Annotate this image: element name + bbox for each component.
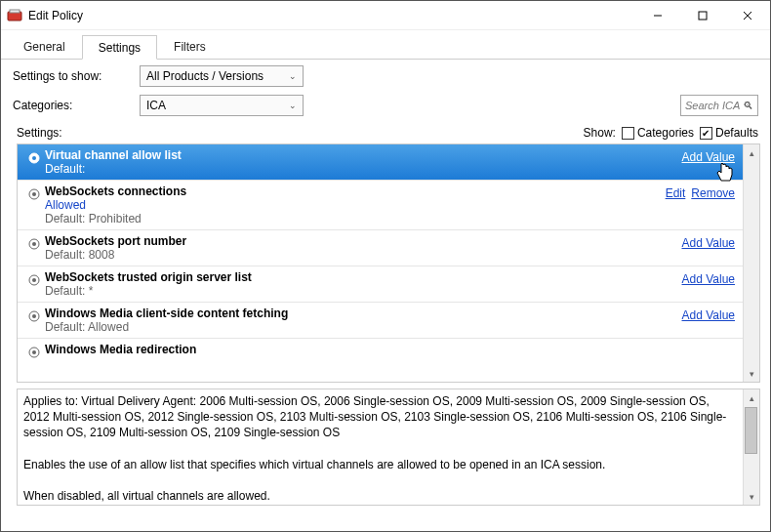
edit-link[interactable]: Edit bbox=[666, 186, 686, 200]
description-applies: Applies to: Virtual Delivery Agent: 2006… bbox=[23, 393, 737, 441]
item-value: Allowed bbox=[45, 198, 658, 212]
tabstrip: General Settings Filters bbox=[1, 34, 770, 60]
list-item[interactable]: Windows Media client-side content fetchi… bbox=[18, 303, 743, 339]
settings-to-show-label: Settings to show: bbox=[13, 69, 140, 83]
categories-combo[interactable]: ICA ⌄ bbox=[140, 95, 304, 116]
app-icon bbox=[7, 8, 22, 23]
description-p2: When disabled, all virtual channels are … bbox=[23, 488, 737, 504]
defaults-checkbox-label: Defaults bbox=[715, 126, 758, 140]
settings-to-show-value: All Products / Versions bbox=[146, 69, 264, 83]
defaults-checkbox[interactable]: ✔ bbox=[700, 127, 712, 140]
add-value-link[interactable]: Add Value bbox=[682, 308, 736, 322]
scroll-up-icon[interactable]: ▴ bbox=[744, 144, 760, 161]
description-scrollbar[interactable]: ▴ ▾ bbox=[743, 389, 759, 505]
categories-checkbox[interactable] bbox=[622, 127, 634, 140]
svg-point-15 bbox=[32, 314, 36, 318]
svg-point-13 bbox=[32, 278, 36, 282]
filter-panel: Settings to show: All Products / Version… bbox=[1, 60, 770, 122]
show-row: Settings: Show: Categories ✔ Defaults bbox=[1, 122, 770, 143]
close-button[interactable] bbox=[725, 1, 770, 30]
item-name: Windows Media client-side content fetchi… bbox=[45, 307, 674, 320]
item-name: Windows Media redirection bbox=[45, 343, 735, 356]
add-value-link[interactable]: Add Value bbox=[682, 150, 736, 164]
titlebar: Edit Policy bbox=[1, 1, 770, 30]
item-default: Default: bbox=[45, 162, 674, 176]
description-panel: Applies to: Virtual Delivery Agent: 2006… bbox=[17, 389, 760, 506]
item-name: WebSockets trusted origin server list bbox=[45, 270, 674, 284]
list-item[interactable]: WebSockets port number Default: 8008 Add… bbox=[18, 230, 743, 266]
maximize-button[interactable] bbox=[680, 1, 725, 30]
item-default: Default: Allowed bbox=[45, 320, 674, 334]
chevron-down-icon: ⌄ bbox=[289, 101, 297, 110]
search-placeholder: Search ICA bbox=[685, 100, 740, 111]
svg-rect-1 bbox=[10, 10, 20, 13]
list-item[interactable]: WebSockets connections Allowed Default: … bbox=[18, 181, 743, 230]
policy-icon bbox=[26, 236, 42, 252]
search-input[interactable]: Search ICA 🔍︎ bbox=[680, 95, 758, 116]
settings-to-show-combo[interactable]: All Products / Versions ⌄ bbox=[140, 65, 304, 87]
add-value-link[interactable]: Add Value bbox=[682, 272, 736, 286]
item-default: Default: * bbox=[45, 284, 674, 298]
window-title: Edit Policy bbox=[28, 9, 635, 22]
remove-link[interactable]: Remove bbox=[691, 186, 735, 200]
svg-point-17 bbox=[32, 350, 36, 354]
list-item[interactable]: WebSockets trusted origin server list De… bbox=[18, 266, 743, 303]
policy-icon bbox=[26, 272, 42, 288]
description-p1: Enables the use of an allow list that sp… bbox=[23, 457, 737, 472]
search-icon: 🔍︎ bbox=[743, 100, 753, 111]
item-name: Virtual channel allow list bbox=[45, 148, 674, 162]
item-name: WebSockets connections bbox=[45, 184, 658, 198]
settings-heading: Settings: bbox=[17, 126, 584, 140]
list-item[interactable]: Windows Media redirection bbox=[18, 339, 743, 360]
tab-settings[interactable]: Settings bbox=[82, 35, 157, 60]
show-label: Show: bbox=[584, 126, 616, 140]
minimize-button[interactable] bbox=[635, 1, 680, 30]
item-default: Default: 8008 bbox=[45, 248, 674, 262]
svg-point-7 bbox=[32, 156, 36, 160]
svg-rect-3 bbox=[699, 12, 707, 20]
svg-point-11 bbox=[32, 242, 36, 246]
item-name: WebSockets port number bbox=[45, 234, 674, 248]
categories-label: Categories: bbox=[13, 99, 140, 112]
scrollbar-thumb[interactable] bbox=[745, 407, 757, 454]
tab-filters[interactable]: Filters bbox=[157, 34, 223, 59]
scroll-down-icon[interactable]: ▾ bbox=[744, 365, 760, 382]
scroll-down-icon[interactable]: ▾ bbox=[744, 488, 760, 505]
policy-icon bbox=[26, 308, 42, 324]
chevron-down-icon: ⌄ bbox=[289, 71, 297, 81]
policy-icon bbox=[26, 186, 42, 202]
item-default: Default: Prohibited bbox=[45, 212, 658, 225]
list-scrollbar[interactable]: ▴ ▾ bbox=[743, 144, 759, 382]
tab-general[interactable]: General bbox=[7, 34, 82, 59]
svg-point-9 bbox=[32, 192, 36, 196]
add-value-link[interactable]: Add Value bbox=[682, 236, 736, 250]
policy-icon bbox=[26, 150, 42, 166]
policy-icon bbox=[26, 345, 42, 360]
scroll-up-icon[interactable]: ▴ bbox=[744, 389, 760, 406]
list-item[interactable]: Virtual channel allow list Default: Add … bbox=[18, 144, 743, 181]
settings-list: Virtual channel allow list Default: Add … bbox=[17, 143, 760, 383]
categories-value: ICA bbox=[146, 99, 166, 112]
categories-checkbox-label: Categories bbox=[637, 126, 694, 140]
